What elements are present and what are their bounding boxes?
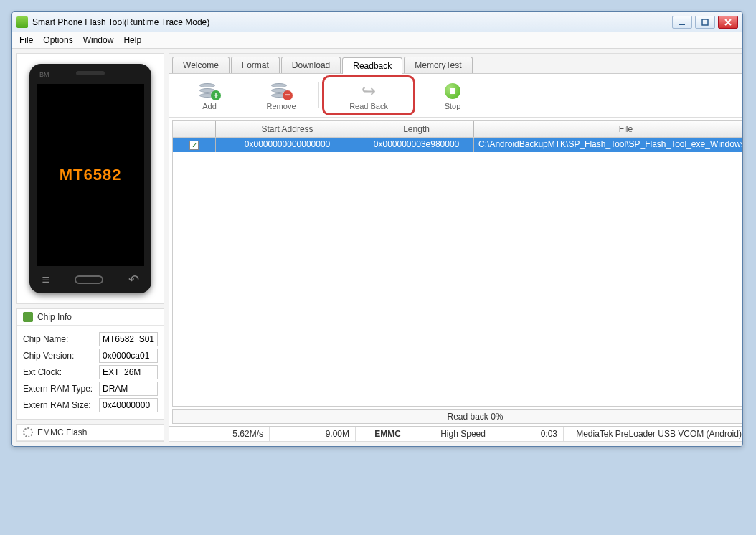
close-button[interactable] [718, 16, 738, 29]
chip-icon [23, 312, 33, 322]
remove-button[interactable]: − Remove [245, 80, 317, 110]
status-mode: High Speed [420, 427, 506, 441]
chip-version-label: Chip Version: [23, 351, 99, 361]
col-length[interactable]: Length [359, 121, 474, 137]
db-remove-icon: − [271, 83, 291, 99]
tabs: Welcome Format Download Readback MemoryT… [169, 54, 743, 74]
window-title: Smart Phone Flash Tool(Runtime Trace Mod… [32, 17, 672, 27]
status-device: MediaTek PreLoader USB VCOM (Android) (C… [564, 427, 743, 441]
status-time: 0:03 [506, 427, 564, 441]
status-speed: 5.62M/s [169, 427, 270, 441]
device-back-icon: ↶ [128, 272, 139, 288]
extern-ram-size-label: Extern RAM Size: [23, 400, 99, 410]
ext-clock-label: Ext Clock: [23, 367, 99, 377]
tab-welcome[interactable]: Welcome [172, 57, 230, 73]
status-bar: 5.62M/s 9.00M EMMC High Speed 0:03 Media… [169, 426, 743, 441]
emmc-flash-panel: EMMC Flash [16, 424, 164, 442]
emmc-flash-title: EMMC Flash [37, 427, 87, 437]
row-checkbox[interactable]: ✓ [189, 141, 199, 150]
toolbar: + Add − Remove ↩ Read Back Stop [169, 74, 743, 118]
app-icon [16, 16, 28, 28]
row-start-address: 0x0000000000000000 [216, 138, 359, 152]
tab-readback[interactable]: Readback [342, 57, 402, 74]
svg-rect-1 [702, 19, 708, 25]
device-bm-label: BM [39, 71, 49, 78]
read-back-icon: ↩ [362, 81, 376, 101]
progress-bar: Read back 0% [172, 409, 743, 424]
chip-info-panel: Chip Info Chip Name:MT6582_S01 Chip Vers… [16, 308, 164, 420]
tab-download[interactable]: Download [281, 57, 341, 73]
extern-ram-type-label: Extern RAM Type: [23, 384, 99, 394]
read-back-highlight: ↩ Read Back [322, 75, 415, 115]
device-menu-icon: ≡ [42, 273, 49, 288]
progress-label: Read back 0% [447, 412, 503, 422]
minimize-button[interactable] [672, 16, 692, 29]
extern-ram-size-value[interactable]: 0x40000000 [99, 398, 158, 412]
device-screen-chip: MT6582 [37, 84, 144, 266]
maximize-button[interactable] [695, 16, 715, 29]
titlebar[interactable]: Smart Phone Flash Tool(Runtime Trace Mod… [12, 12, 742, 32]
app-window: Smart Phone Flash Tool(Runtime Trace Mod… [11, 11, 743, 447]
menu-file[interactable]: File [19, 35, 33, 45]
tab-memorytest[interactable]: MemoryTest [404, 57, 472, 73]
stop-icon [445, 83, 460, 99]
read-back-button[interactable]: ↩ Read Back [333, 80, 405, 110]
toolbar-separator [318, 82, 319, 108]
chip-version-value[interactable]: 0x0000ca01 [99, 349, 158, 363]
grid-header: Start Address Length File [173, 121, 743, 138]
add-button[interactable]: + Add [174, 80, 245, 110]
table-row[interactable]: ✓ 0x0000000000000000 0x000000003e980000 … [173, 138, 743, 152]
row-length: 0x000000003e980000 [359, 138, 474, 152]
extern-ram-type-value[interactable]: DRAM [99, 382, 158, 396]
chip-name-value[interactable]: MT6582_S01 [99, 332, 158, 346]
db-add-icon: + [199, 83, 219, 99]
tab-format[interactable]: Format [231, 57, 280, 73]
menubar: File Options Window Help [12, 32, 742, 49]
device-preview: BM MT6582 ≡ ↶ [16, 53, 164, 304]
chip-info-title: Chip Info [37, 312, 72, 322]
status-storage: EMMC [356, 427, 420, 441]
readback-grid: Start Address Length File ✓ 0x0000000000… [172, 120, 743, 407]
col-start-address[interactable]: Start Address [216, 121, 359, 137]
menu-options[interactable]: Options [43, 35, 72, 45]
ext-clock-value[interactable]: EXT_26M [99, 365, 158, 379]
row-file: C:\AndroidBackupMTK\SP_Flash_Tool\SP_Fla… [474, 138, 743, 152]
chip-name-label: Chip Name: [23, 334, 99, 344]
menu-help[interactable]: Help [123, 35, 141, 45]
col-file[interactable]: File [474, 121, 743, 137]
menu-window[interactable]: Window [83, 35, 114, 45]
stop-button[interactable]: Stop [417, 80, 488, 110]
device-home-icon [75, 275, 103, 284]
status-size: 9.00M [270, 427, 356, 441]
gear-icon [23, 427, 33, 437]
